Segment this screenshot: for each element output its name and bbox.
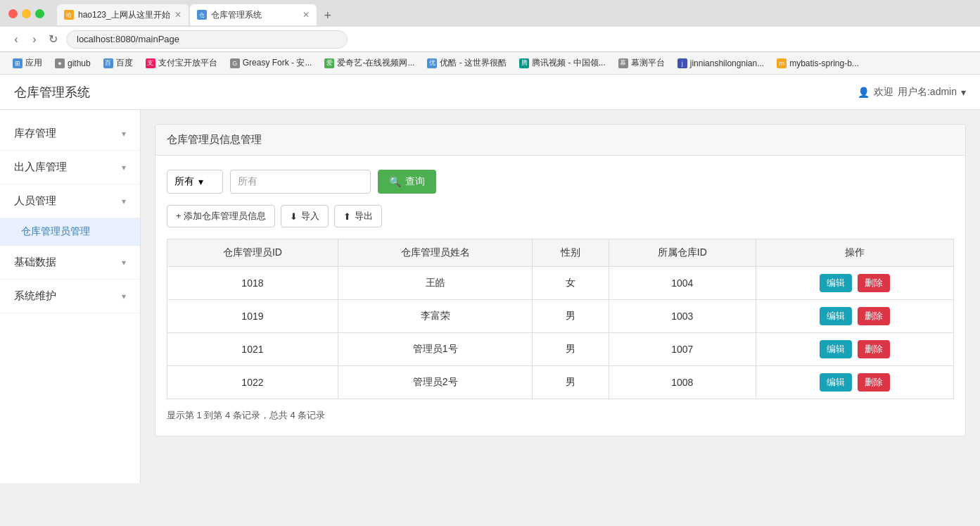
panel-body: 所有 ▾ 所有 🔍 查询	[155, 156, 965, 436]
bookmark-apps[interactable]: ⊞ 应用	[7, 56, 48, 70]
tabs-bar: 哈 hao123_上网从这里开始 ✕ 仓 仓库管理系统 ✕ +	[57, 1, 972, 25]
sidebar: 库存管理 ▾ 出入库管理 ▾ 人员管理 ▾ 仓库管理员管理 基础数据	[0, 110, 141, 483]
traffic-lights	[8, 9, 44, 18]
sidebar-item-inventory[interactable]: 库存管理 ▾	[0, 117, 140, 151]
baidu-icon: 百	[103, 58, 113, 68]
table-row: 1018 王皓 女 1004 编辑 删除	[167, 267, 954, 300]
edit-button-1[interactable]: 编辑	[820, 274, 852, 292]
tab-favicon-1: 哈	[64, 10, 74, 20]
edit-button-2[interactable]: 编辑	[820, 307, 852, 325]
nav-buttons: ‹ › ↻	[8, 32, 61, 47]
bookmark-mybatis[interactable]: m mybatis-spring-b...	[771, 57, 865, 70]
cell-actions-1: 编辑 删除	[756, 267, 953, 300]
col-gender: 性别	[533, 239, 609, 267]
filter-select-arrow: ▾	[198, 176, 203, 187]
add-admin-button[interactable]: + 添加仓库管理员信息	[167, 205, 275, 227]
mutest-icon: 幕	[618, 58, 628, 68]
sidebar-warehouse-admin-label: 仓库管理员管理	[21, 225, 90, 237]
minimize-button[interactable]	[22, 9, 31, 18]
bookmark-youku[interactable]: 优 优酷 - 这世界很酷	[421, 56, 512, 70]
admin-table: 仓库管理员ID 仓库管理员姓名 性别 所属仓库ID 操作 1018	[167, 239, 954, 399]
cell-id-4: 1022	[167, 366, 338, 399]
browser-tab-1[interactable]: 哈 hao123_上网从这里开始 ✕	[57, 4, 189, 25]
import-label: 导入	[301, 210, 319, 223]
bookmarks-bar: ⊞ 应用 ● github 百 百度 支 支付宝开放平台 G Greasy Fo…	[0, 52, 980, 75]
address-text: localhost:8080/mainPage	[77, 34, 179, 44]
action-row: + 添加仓库管理员信息 ⬇ 导入 ⬆ 导出	[167, 205, 954, 227]
search-button[interactable]: 🔍 查询	[378, 170, 436, 194]
back-button[interactable]: ‹	[8, 32, 24, 47]
cell-name-4: 管理员2号	[338, 366, 533, 399]
new-tab-button[interactable]: +	[318, 6, 338, 25]
export-button[interactable]: ⬆ 导出	[334, 205, 382, 227]
bookmark-label-tencent: 腾讯视频 - 中国领...	[532, 57, 606, 69]
browser-window: 哈 hao123_上网从这里开始 ✕ 仓 仓库管理系统 ✕ + ‹ › ↻ lo…	[0, 0, 980, 483]
delete-button-2[interactable]: 删除	[858, 307, 890, 325]
sidebar-item-warehouse-admin[interactable]: 仓库管理员管理	[0, 218, 140, 246]
bookmark-label-apps: 应用	[25, 57, 42, 69]
table-header-row: 仓库管理员ID 仓库管理员姓名 性别 所属仓库ID 操作	[167, 239, 954, 267]
bookmark-alipay[interactable]: 支 支付宝开放平台	[140, 56, 223, 70]
bookmark-baidu[interactable]: 百 百度	[98, 56, 139, 70]
mybatis-icon: m	[777, 58, 787, 68]
sidebar-basic-arrow: ▾	[122, 258, 126, 268]
sidebar-inout-label: 出入库管理	[14, 161, 67, 174]
cell-gender-4: 男	[533, 366, 609, 399]
sidebar-item-inout[interactable]: 出入库管理 ▾	[0, 151, 140, 184]
table-head: 仓库管理员ID 仓库管理员姓名 性别 所属仓库ID 操作	[167, 239, 954, 267]
delete-button-1[interactable]: 删除	[858, 274, 890, 292]
bookmark-label-github: github	[68, 58, 91, 68]
bookmark-label-alipay: 支付宝开放平台	[158, 57, 217, 69]
col-name: 仓库管理员姓名	[338, 239, 533, 267]
cell-gender-3: 男	[533, 333, 609, 366]
sidebar-system-arrow: ▾	[122, 292, 126, 301]
user-info[interactable]: 👤 欢迎 用户名:admin ▾	[858, 86, 966, 99]
delete-button-3[interactable]: 删除	[858, 340, 890, 358]
pagination-info: 显示第 1 到第 4 条记录，总共 4 条记录	[167, 409, 954, 422]
table-row: 1021 管理员1号 男 1007 编辑 删除	[167, 333, 954, 366]
search-button-label: 查询	[405, 175, 425, 188]
app-header: 仓库管理系统 👤 欢迎 用户名:admin ▾	[0, 75, 980, 110]
sidebar-inventory-label: 库存管理	[14, 127, 56, 140]
address-bar: ‹ › ↻ localhost:8080/mainPage	[0, 27, 980, 52]
maximize-button[interactable]	[35, 9, 44, 18]
app-body: 库存管理 ▾ 出入库管理 ▾ 人员管理 ▾ 仓库管理员管理 基础数据	[0, 110, 980, 483]
sidebar-staff-label: 人员管理	[14, 194, 56, 208]
panel-title: 仓库管理员信息管理	[167, 133, 262, 145]
bookmark-github[interactable]: ● github	[49, 57, 96, 70]
youku-icon: 优	[427, 58, 437, 68]
address-input[interactable]: localhost:8080/mainPage	[66, 30, 348, 49]
bookmark-label-mybatis: mybatis-spring-b...	[789, 58, 859, 68]
table-row: 1022 管理员2号 男 1008 编辑 删除	[167, 366, 954, 399]
sidebar-item-staff[interactable]: 人员管理 ▾	[0, 184, 140, 218]
tab-close-1[interactable]: ✕	[174, 10, 182, 20]
sidebar-item-system[interactable]: 系统维护 ▾	[0, 280, 140, 313]
bookmark-mutest[interactable]: 幕 幕测平台	[613, 56, 670, 70]
github-icon: ●	[55, 58, 65, 68]
filter-input[interactable]: 所有	[230, 170, 371, 194]
filter-select[interactable]: 所有 ▾	[167, 170, 223, 194]
close-button[interactable]	[8, 9, 18, 18]
col-warehouse: 所属仓库ID	[609, 239, 756, 267]
edit-button-4[interactable]: 编辑	[820, 373, 852, 392]
import-button[interactable]: ⬇ 导入	[281, 205, 329, 227]
cell-id-1: 1018	[167, 267, 338, 300]
pagination-text: 显示第 1 到第 4 条记录，总共 4 条记录	[167, 410, 325, 420]
filter-row: 所有 ▾ 所有 🔍 查询	[167, 170, 954, 194]
browser-tab-2[interactable]: 仓 仓库管理系统 ✕	[190, 4, 317, 25]
edit-button-3[interactable]: 编辑	[820, 340, 852, 358]
bookmark-tencent[interactable]: 腾 腾讯视频 - 中国领...	[514, 56, 611, 70]
bookmark-iqiyi[interactable]: 爱 爱奇艺-在线视频网...	[319, 56, 420, 70]
filter-select-label: 所有	[174, 175, 194, 188]
tab-close-2[interactable]: ✕	[303, 10, 310, 20]
reload-button[interactable]: ↻	[45, 32, 61, 47]
delete-button-4[interactable]: 删除	[858, 373, 890, 392]
cell-name-3: 管理员1号	[338, 333, 533, 366]
forward-button[interactable]: ›	[27, 32, 42, 47]
bookmark-greasy[interactable]: G Greasy Fork - 安...	[224, 56, 318, 70]
sidebar-item-basic[interactable]: 基础数据 ▾	[0, 246, 140, 280]
user-icon: 👤	[858, 87, 870, 98]
bookmark-jinnian[interactable]: j jinnianshilongnian...	[672, 57, 770, 70]
sidebar-staff-arrow: ▾	[122, 196, 126, 206]
col-id: 仓库管理员ID	[167, 239, 338, 267]
